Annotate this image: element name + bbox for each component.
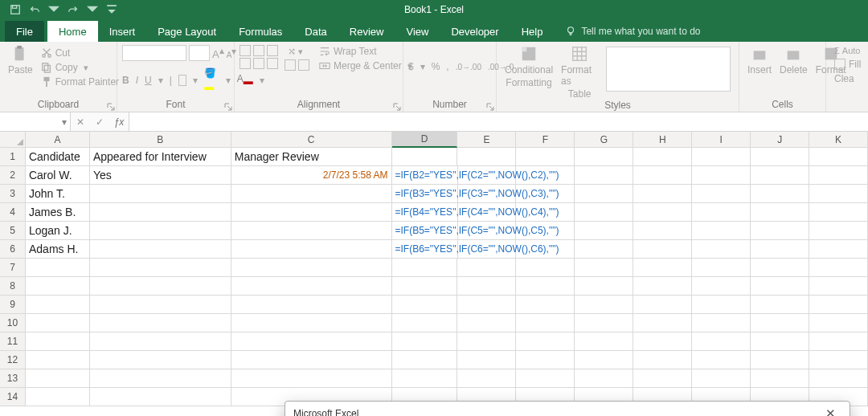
- col-header-H[interactable]: H: [633, 132, 692, 148]
- cell-G5[interactable]: [575, 222, 633, 240]
- comma-button[interactable]: ,: [446, 61, 448, 72]
- cell-H1[interactable]: [633, 148, 692, 166]
- cell-B1[interactable]: Appeared for Interview: [90, 148, 231, 166]
- fill-color-button[interactable]: 🪣▬: [204, 67, 219, 92]
- cell-H13[interactable]: [633, 369, 692, 388]
- row-header[interactable]: 10: [0, 314, 26, 332]
- cell-K12[interactable]: [809, 351, 868, 369]
- row-header[interactable]: 12: [0, 351, 26, 369]
- col-header-E[interactable]: E: [457, 132, 516, 148]
- tab-review[interactable]: Review: [338, 21, 395, 42]
- format-painter-button[interactable]: Format Painter: [38, 75, 122, 88]
- save-icon[interactable]: [6, 1, 24, 18]
- format-as-table-button[interactable]: Format as Table: [558, 45, 601, 100]
- cell-H5[interactable]: [633, 222, 692, 240]
- cell-C4[interactable]: [231, 203, 392, 222]
- cell-F9[interactable]: [516, 296, 575, 314]
- row-header[interactable]: 2: [0, 166, 26, 185]
- cell-B5[interactable]: [90, 222, 231, 240]
- cell-B2[interactable]: Yes: [90, 166, 231, 185]
- align-right-button[interactable]: [267, 58, 278, 69]
- cell-I7[interactable]: [692, 259, 751, 277]
- row-header[interactable]: 1: [0, 148, 26, 166]
- col-header-G[interactable]: G: [575, 132, 633, 148]
- cell-H11[interactable]: [633, 332, 692, 351]
- tab-page-layout[interactable]: Page Layout: [146, 21, 227, 42]
- tab-view[interactable]: View: [395, 21, 440, 42]
- launcher-icon[interactable]: [107, 103, 115, 111]
- cell-E7[interactable]: [457, 259, 516, 277]
- cell-C11[interactable]: [231, 332, 392, 351]
- cell-B8[interactable]: [90, 277, 231, 296]
- cell-A10[interactable]: [26, 314, 90, 332]
- cell-A5[interactable]: Logan J.: [26, 222, 90, 240]
- cell-G8[interactable]: [575, 277, 633, 296]
- merge-center-button[interactable]: Merge & Center ▾: [316, 59, 416, 72]
- tab-insert[interactable]: Insert: [98, 21, 147, 42]
- cell-I8[interactable]: [692, 277, 751, 296]
- cell-D8[interactable]: [392, 277, 458, 296]
- cell-C12[interactable]: [231, 351, 392, 369]
- cell-A6[interactable]: Adams H.: [26, 240, 90, 259]
- worksheet-grid[interactable]: A B C D E F G H I J K 1CandidateAppeared…: [0, 132, 868, 416]
- row-header[interactable]: 5: [0, 222, 26, 240]
- cell-G4[interactable]: [575, 203, 633, 222]
- tab-developer[interactable]: Developer: [440, 21, 510, 42]
- cell-J10[interactable]: [751, 314, 809, 332]
- cell-J12[interactable]: [751, 351, 809, 369]
- row-header[interactable]: 9: [0, 296, 26, 314]
- col-header-I[interactable]: I: [692, 132, 751, 148]
- chevron-down-icon[interactable]: [45, 1, 63, 18]
- cell-I11[interactable]: [692, 332, 751, 351]
- fx-button[interactable]: ƒx: [109, 112, 129, 131]
- cell-G3[interactable]: [575, 185, 633, 203]
- row-header[interactable]: 8: [0, 277, 26, 296]
- cell-K4[interactable]: [809, 203, 868, 222]
- font-size-combo[interactable]: [189, 45, 210, 61]
- cell-K13[interactable]: [809, 369, 868, 388]
- insert-cells-button[interactable]: Insert: [744, 45, 775, 75]
- cell-G11[interactable]: [575, 332, 633, 351]
- cell-K5[interactable]: [809, 222, 868, 240]
- cell-E12[interactable]: [457, 351, 516, 369]
- cell-B3[interactable]: [90, 185, 231, 203]
- wrap-text-button[interactable]: Wrap Text: [316, 45, 416, 58]
- row-header[interactable]: 3: [0, 185, 26, 203]
- cell-H7[interactable]: [633, 259, 692, 277]
- autosum-button[interactable]: Σ Auto: [831, 45, 863, 56]
- cell-J6[interactable]: [751, 240, 809, 259]
- cell-K7[interactable]: [809, 259, 868, 277]
- cell-B10[interactable]: [90, 314, 231, 332]
- cell-J5[interactable]: [751, 222, 809, 240]
- cell-A11[interactable]: [26, 332, 90, 351]
- cell-F12[interactable]: [516, 351, 575, 369]
- cell-D3[interactable]: =IF(B3="YES",IF(C3="",NOW(),C3),""): [392, 185, 458, 203]
- row-header[interactable]: 7: [0, 259, 26, 277]
- cell-K9[interactable]: [809, 296, 868, 314]
- qat-customize-icon[interactable]: [103, 1, 121, 18]
- cell-I13[interactable]: [692, 369, 751, 388]
- cell-J13[interactable]: [751, 369, 809, 388]
- conditional-formatting-button[interactable]: Conditional Formatting: [502, 45, 556, 88]
- cell-A14[interactable]: [26, 388, 90, 406]
- tab-file[interactable]: File: [5, 21, 44, 42]
- cell-A12[interactable]: [26, 351, 90, 369]
- decrease-indent-button[interactable]: [285, 59, 296, 71]
- cell-K11[interactable]: [809, 332, 868, 351]
- row-header[interactable]: 4: [0, 203, 26, 222]
- row-header[interactable]: 13: [0, 369, 26, 388]
- cell-G7[interactable]: [575, 259, 633, 277]
- redo-icon[interactable]: [64, 1, 82, 18]
- cell-G9[interactable]: [575, 296, 633, 314]
- cell-K2[interactable]: [809, 166, 868, 185]
- cell-C9[interactable]: [231, 296, 392, 314]
- orientation-button[interactable]: ⤭: [288, 46, 296, 57]
- cell-B11[interactable]: [90, 332, 231, 351]
- cell-A13[interactable]: [26, 369, 90, 388]
- underline-button[interactable]: U: [145, 75, 152, 86]
- cell-A8[interactable]: [26, 277, 90, 296]
- cell-C10[interactable]: [231, 314, 392, 332]
- cell-F8[interactable]: [516, 277, 575, 296]
- cell-D7[interactable]: [392, 259, 458, 277]
- cell-D9[interactable]: [392, 296, 458, 314]
